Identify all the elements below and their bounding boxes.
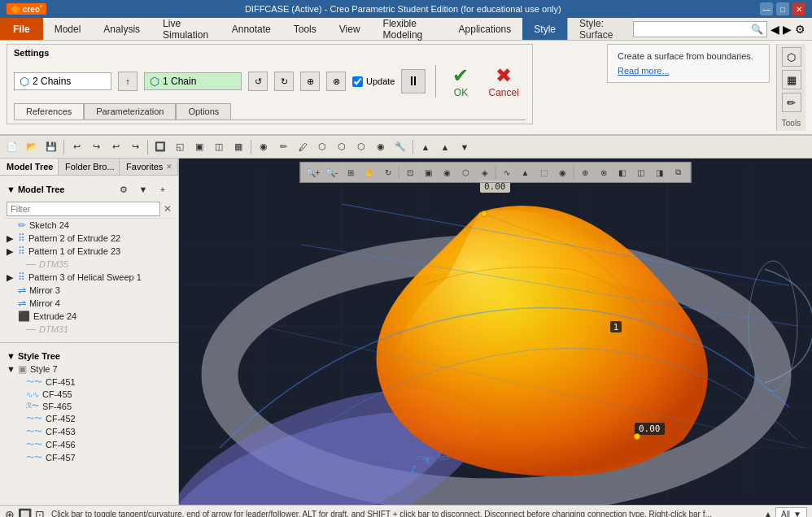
tree-add-btn[interactable]: + bbox=[154, 180, 172, 198]
menu-live-simulation[interactable]: Live Simulation bbox=[151, 18, 220, 40]
tb-hex1[interactable]: ⬡ bbox=[313, 138, 331, 156]
tb-undo[interactable]: ↩ bbox=[68, 138, 85, 156]
control-point-bottom[interactable] bbox=[634, 433, 640, 440]
vp-zoom-in[interactable]: 🔍+ bbox=[304, 164, 322, 180]
tb-dropdown[interactable]: ▼ bbox=[456, 138, 474, 156]
vp-zoom-out[interactable]: 🔍- bbox=[323, 164, 341, 180]
chain-tool-4[interactable]: ⊕ bbox=[300, 72, 320, 91]
tb-redo2[interactable]: ↪ bbox=[126, 138, 144, 156]
settings-icon[interactable]: ⚙ bbox=[795, 23, 805, 36]
menu-style[interactable]: Style bbox=[522, 18, 567, 40]
favorites-close-icon[interactable]: ✕ bbox=[166, 163, 172, 171]
chain1-field[interactable]: ⬡ 2 Chains bbox=[14, 72, 111, 90]
tab-references[interactable]: References bbox=[14, 103, 84, 119]
menu-model[interactable]: Model bbox=[43, 18, 93, 40]
tree-settings-btn[interactable]: ⚙ bbox=[115, 180, 133, 198]
tb-view4[interactable]: ◫ bbox=[210, 138, 228, 156]
tab-options[interactable]: Options bbox=[176, 103, 231, 119]
tree-item-pattern1[interactable]: ▶ ⠿ Pattern 1 of Extrude 23 bbox=[3, 245, 175, 258]
tb-view2[interactable]: ◱ bbox=[171, 138, 189, 156]
tool-btn-1[interactable]: ⬡ bbox=[782, 47, 801, 67]
tree-item-cf456[interactable]: 〜〜 CF-456 bbox=[3, 438, 175, 451]
nav-icon-1[interactable]: ◀ bbox=[771, 23, 779, 36]
tb-view5[interactable]: ▦ bbox=[229, 138, 247, 156]
tb-view3[interactable]: ▣ bbox=[190, 138, 208, 156]
read-more-link[interactable]: Read more... bbox=[618, 66, 670, 76]
vp-curve[interactable]: ∿ bbox=[498, 164, 516, 180]
tb-arrow1[interactable]: ▲ bbox=[417, 138, 434, 156]
vp-shaded[interactable]: ◉ bbox=[439, 164, 456, 180]
vp-analysis[interactable]: ◉ bbox=[554, 164, 572, 180]
tab-model-tree[interactable]: Model Tree bbox=[0, 159, 59, 175]
status-nav-icon[interactable]: ▲ bbox=[764, 510, 772, 517]
tree-item-pattern3[interactable]: ▶ ⠿ Pattern 3 of Helical Sweep 1 bbox=[3, 271, 175, 284]
vp-zoom-window[interactable]: ⊞ bbox=[342, 164, 360, 180]
search-input[interactable] bbox=[637, 24, 751, 34]
tree-item-style7[interactable]: ▼ ▣ Style 7 bbox=[3, 363, 175, 376]
vp-ctrl2[interactable]: ⊗ bbox=[595, 164, 613, 180]
vp-rotate[interactable]: ↻ bbox=[379, 164, 397, 180]
vp-ctrl5[interactable]: ◨ bbox=[651, 164, 669, 180]
window-controls[interactable]: — □ ✕ bbox=[760, 2, 805, 15]
tree-item-cf451[interactable]: 〜〜 CF-451 bbox=[3, 376, 175, 389]
vp-ctrl3[interactable]: ◧ bbox=[613, 164, 631, 180]
tool-btn-2[interactable]: ▦ bbox=[782, 70, 801, 89]
tree-item-cf453[interactable]: 〜〜 CF-453 bbox=[3, 425, 175, 438]
chain-tool-1[interactable]: ↑ bbox=[118, 72, 138, 91]
maximize-button[interactable]: □ bbox=[776, 2, 789, 15]
viewport[interactable]: 🔍+ 🔍- ⊞ ✋ ↻ ⊡ ▣ ◉ ⬡ ◈ ∿ ▲ ⬚ ◉ ⊕ ⊗ ◧ ◫ ◨ … bbox=[179, 159, 812, 505]
update-checkbox[interactable] bbox=[352, 76, 363, 87]
tree-filter-input[interactable] bbox=[7, 202, 160, 216]
vp-ctrl6[interactable]: ⧉ bbox=[670, 164, 688, 180]
tree-item-mirror4[interactable]: ⇌ Mirror 4 bbox=[3, 297, 175, 310]
cancel-button[interactable]: ✖ Cancel bbox=[482, 63, 525, 100]
tree-item-cf455[interactable]: ∿∿ CF-455 bbox=[3, 389, 175, 400]
tree-item-cf457[interactable]: 〜〜 CF-457 bbox=[3, 451, 175, 464]
tree-filter-btn[interactable]: ▼ bbox=[134, 180, 152, 198]
tab-favorites[interactable]: Favorites ✕ bbox=[120, 159, 178, 175]
nav-icon-2[interactable]: ▶ bbox=[783, 23, 792, 36]
tb-view1[interactable]: 🔲 bbox=[151, 138, 169, 156]
tree-item-dtm31[interactable]: — DTM31 bbox=[3, 323, 175, 336]
tb-hex2[interactable]: ⬡ bbox=[333, 138, 351, 156]
vp-ctrl4[interactable]: ◫ bbox=[632, 164, 650, 180]
tb-hex3[interactable]: ⬡ bbox=[352, 138, 370, 156]
tree-item-mirror3[interactable]: ⇌ Mirror 3 bbox=[3, 284, 175, 297]
tb-circle[interactable]: ◉ bbox=[372, 138, 390, 156]
vp-wireframe[interactable]: ⬡ bbox=[457, 164, 475, 180]
tb-edit[interactable]: ✏ bbox=[274, 138, 292, 156]
vp-edges[interactable]: ◈ bbox=[476, 164, 494, 180]
tb-sketch[interactable]: ◉ bbox=[255, 138, 273, 156]
menu-annotate[interactable]: Annotate bbox=[220, 18, 282, 40]
chain-tool-2[interactable]: ↺ bbox=[248, 72, 268, 91]
menu-style-surface[interactable]: Style: Surface bbox=[567, 18, 633, 40]
search-box[interactable]: 🔍 bbox=[633, 21, 767, 37]
tb-new[interactable]: 📄 bbox=[3, 138, 21, 156]
chain2-field[interactable]: ⬡ 1 Chain bbox=[144, 72, 242, 90]
tb-undo2[interactable]: ↩ bbox=[107, 138, 124, 156]
tree-item-dtm35[interactable]: — DTM35 bbox=[3, 258, 175, 271]
tb-save[interactable]: 💾 bbox=[42, 138, 60, 156]
tb-open[interactable]: 📂 bbox=[23, 138, 41, 156]
search-icon[interactable]: 🔍 bbox=[751, 24, 763, 35]
vp-view1[interactable]: ⊡ bbox=[401, 164, 419, 180]
tree-item-extrude24[interactable]: ⬛ Extrude 24 bbox=[3, 310, 175, 323]
menu-view[interactable]: View bbox=[328, 18, 372, 40]
chain-tool-5[interactable]: ⊗ bbox=[326, 72, 346, 91]
tab-parameterization[interactable]: Parameterization bbox=[84, 103, 176, 119]
tree-item-pattern2[interactable]: ▶ ⠿ Pattern 2 of Extrude 22 bbox=[3, 232, 175, 245]
menu-flexible-modeling[interactable]: Flexible Modeling bbox=[372, 18, 447, 40]
tb-arrow2[interactable]: ▲ bbox=[436, 138, 454, 156]
vp-ctrl1[interactable]: ⊕ bbox=[576, 164, 594, 180]
tb-pen[interactable]: 🖊 bbox=[294, 138, 312, 156]
menu-tools[interactable]: Tools bbox=[282, 18, 328, 40]
tree-item-sf465[interactable]: ℛ〜 SF-465 bbox=[3, 400, 175, 412]
tree-filter-clear[interactable]: ✕ bbox=[164, 203, 172, 215]
tb-gear[interactable]: 🔧 bbox=[391, 138, 409, 156]
minimize-button[interactable]: — bbox=[760, 2, 773, 15]
status-dropdown[interactable]: All ▼ bbox=[775, 507, 807, 518]
control-point-top[interactable] bbox=[481, 211, 487, 217]
tool-btn-3[interactable]: ✏ bbox=[782, 93, 801, 112]
tb-redo[interactable]: ↪ bbox=[87, 138, 105, 156]
close-button[interactable]: ✕ bbox=[792, 2, 805, 15]
